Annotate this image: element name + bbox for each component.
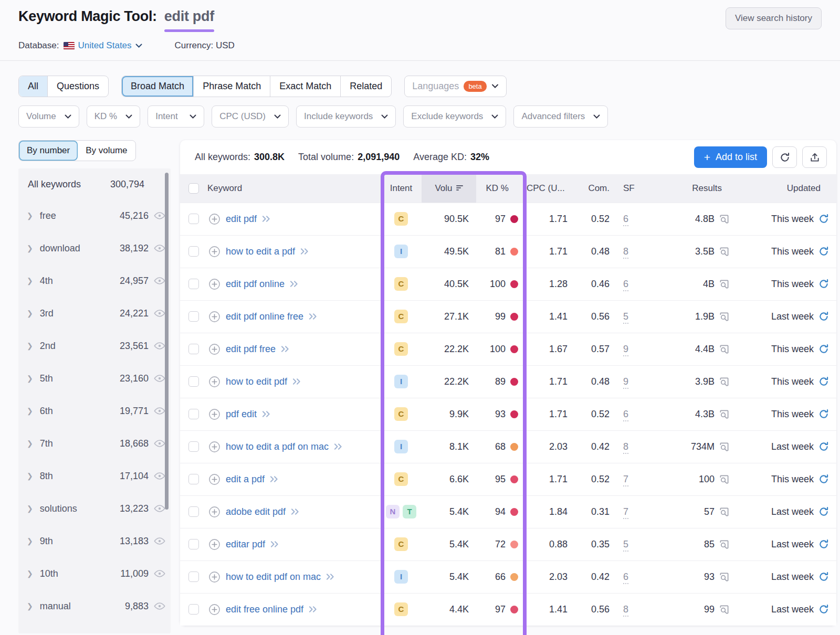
plus-circle-icon[interactable]: [208, 278, 220, 290]
row-checkbox[interactable]: [188, 279, 199, 289]
double-chevron-icon[interactable]: [262, 215, 271, 223]
filter-advanced[interactable]: Advanced filters: [513, 105, 608, 128]
serp-preview-icon[interactable]: [719, 442, 729, 452]
column-keyword[interactable]: Keyword: [207, 174, 381, 203]
row-checkbox[interactable]: [188, 474, 199, 484]
serp-preview-icon[interactable]: [719, 539, 729, 549]
sidebar-keyword-group[interactable]: ❯ download 38,192: [18, 232, 171, 264]
database-selector[interactable]: United States: [78, 40, 142, 51]
eye-icon[interactable]: [154, 244, 165, 252]
sf-value[interactable]: 7: [623, 506, 628, 519]
column-results[interactable]: Results: [655, 174, 741, 203]
sidebar-keyword-group[interactable]: ❯ 3rd 24,221: [18, 297, 171, 330]
row-checkbox[interactable]: [188, 409, 199, 419]
keyword-link[interactable]: how to edit pdf on mac: [226, 572, 321, 583]
row-checkbox[interactable]: [188, 572, 199, 582]
sidebar-keyword-group[interactable]: ❯ 7th 18,668: [18, 427, 171, 460]
select-all-checkbox[interactable]: [188, 183, 199, 194]
eye-icon[interactable]: [154, 602, 165, 610]
row-checkbox[interactable]: [188, 604, 199, 615]
keyword-link[interactable]: edit pdf free: [226, 344, 276, 355]
all-keywords-summary[interactable]: All keywords 300,794: [18, 168, 171, 199]
tab-broad-match[interactable]: Broad Match: [122, 76, 193, 97]
serp-preview-icon[interactable]: [719, 312, 729, 322]
serp-preview-icon[interactable]: [719, 214, 729, 224]
filter-exclude-keywords[interactable]: Exclude keywords: [403, 105, 506, 128]
plus-circle-icon[interactable]: [208, 408, 220, 420]
plus-circle-icon[interactable]: [208, 213, 220, 225]
sidebar-keyword-group[interactable]: ❯ 4th 24,957: [18, 264, 171, 297]
row-checkbox[interactable]: [188, 539, 199, 549]
export-button[interactable]: [802, 146, 827, 168]
refresh-icon[interactable]: [818, 409, 829, 419]
sidebar-keyword-group[interactable]: ❯ solutions 13,223: [18, 492, 171, 525]
toggle-by-number[interactable]: By number: [19, 141, 78, 161]
plus-circle-icon[interactable]: [208, 571, 220, 583]
refresh-metrics-button[interactable]: [772, 146, 797, 168]
refresh-icon[interactable]: [818, 246, 829, 257]
keyword-link[interactable]: how to edit pdf: [226, 376, 287, 387]
serp-preview-icon[interactable]: [719, 474, 729, 484]
eye-icon[interactable]: [154, 504, 165, 513]
row-checkbox[interactable]: [188, 506, 199, 517]
sf-value[interactable]: 9: [623, 376, 628, 389]
double-chevron-icon[interactable]: [270, 475, 279, 483]
keyword-link[interactable]: pdf edit: [226, 409, 257, 420]
sf-value[interactable]: 9: [623, 344, 628, 356]
row-checkbox[interactable]: [188, 311, 199, 322]
sidebar-keyword-group[interactable]: ❯ 8th 17,104: [18, 460, 171, 492]
eye-icon[interactable]: [154, 439, 165, 448]
sidebar-keyword-group[interactable]: ❯ 5th 23,160: [18, 362, 171, 395]
tab-questions[interactable]: Questions: [47, 76, 108, 97]
refresh-icon[interactable]: [818, 214, 829, 224]
plus-circle-icon[interactable]: [208, 538, 220, 551]
plus-circle-icon[interactable]: [208, 604, 220, 616]
eye-icon[interactable]: [154, 342, 165, 350]
refresh-icon[interactable]: [818, 506, 829, 517]
double-chevron-icon[interactable]: [292, 378, 301, 385]
column-kd[interactable]: KD %: [476, 174, 527, 203]
sf-value[interactable]: 5: [623, 539, 628, 552]
plus-circle-icon[interactable]: [208, 473, 220, 485]
refresh-icon[interactable]: [818, 474, 829, 484]
languages-dropdown[interactable]: Languages beta: [404, 76, 506, 97]
filter-kd[interactable]: KD %: [87, 105, 140, 128]
eye-icon[interactable]: [154, 537, 165, 545]
sf-value[interactable]: 8: [623, 604, 628, 617]
keyword-link[interactable]: edit pdf: [226, 214, 257, 225]
sidebar-keyword-group[interactable]: ❯ 6th 19,771: [18, 395, 171, 427]
filter-volume[interactable]: Volume: [18, 105, 79, 128]
keyword-link[interactable]: edit pdf online: [226, 279, 285, 290]
refresh-icon[interactable]: [818, 376, 829, 387]
tab-related[interactable]: Related: [340, 76, 391, 97]
plus-circle-icon[interactable]: [208, 311, 220, 323]
sidebar-keyword-group[interactable]: ❯ 9th 13,183: [18, 525, 171, 557]
row-checkbox[interactable]: [188, 376, 199, 387]
tab-all[interactable]: All: [19, 76, 47, 97]
tab-phrase-match[interactable]: Phrase Match: [193, 76, 270, 97]
plus-circle-icon[interactable]: [208, 441, 220, 453]
serp-preview-icon[interactable]: [719, 507, 729, 517]
plus-circle-icon[interactable]: [208, 376, 220, 388]
serp-preview-icon[interactable]: [719, 572, 729, 582]
plus-circle-icon[interactable]: [208, 246, 220, 258]
eye-icon[interactable]: [154, 407, 165, 415]
tab-exact-match[interactable]: Exact Match: [270, 76, 340, 97]
serp-preview-icon[interactable]: [719, 279, 729, 289]
sf-value[interactable]: 7: [623, 474, 628, 486]
sidebar-keyword-group[interactable]: ❯ manual 9,883: [18, 590, 171, 622]
keyword-link[interactable]: how to edit a pdf on mac: [226, 441, 329, 452]
sidebar-keyword-group[interactable]: ❯ free 45,216: [18, 199, 171, 232]
sidebar-keyword-group[interactable]: ❯ 2nd 23,561: [18, 330, 171, 362]
refresh-icon[interactable]: [818, 604, 829, 615]
double-chevron-icon[interactable]: [334, 443, 343, 450]
double-chevron-icon[interactable]: [326, 573, 335, 580]
keyword-link[interactable]: how to edit a pdf: [226, 246, 295, 257]
column-intent[interactable]: Intent: [381, 174, 422, 203]
double-chevron-icon[interactable]: [309, 606, 318, 613]
double-chevron-icon[interactable]: [291, 508, 300, 515]
column-updated[interactable]: Updated: [741, 174, 836, 203]
sf-value[interactable]: 8: [623, 246, 628, 259]
serp-preview-icon[interactable]: [719, 605, 729, 615]
sf-value[interactable]: 5: [623, 311, 628, 324]
